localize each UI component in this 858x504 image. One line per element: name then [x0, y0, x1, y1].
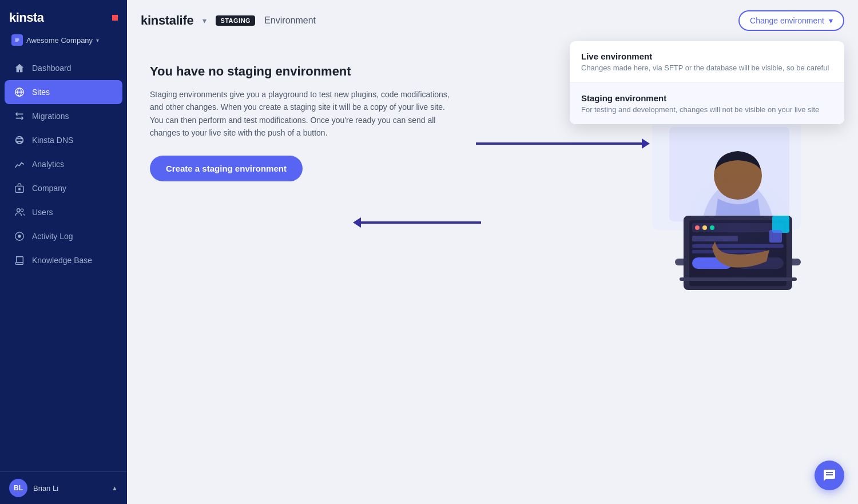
- sidebar-item-analytics[interactable]: Analytics: [5, 152, 122, 176]
- staging-title: You have no staging environment: [150, 64, 459, 79]
- user-profile[interactable]: BL Brian Li ▲: [0, 471, 127, 504]
- company-nav-icon: [14, 182, 25, 194]
- svg-point-7: [21, 209, 23, 212]
- svg-point-6: [17, 209, 20, 212]
- change-environment-button[interactable]: Change environment ▾: [738, 10, 844, 31]
- sidebar-label-sites: Sites: [32, 88, 50, 97]
- site-name: kinstalife: [141, 13, 193, 28]
- env-badge: STAGING: [216, 15, 255, 26]
- sidebar-label-company: Company: [32, 184, 66, 193]
- sidebar-label-knowledge-base: Knowledge Base: [32, 256, 92, 265]
- sidebar-item-sites[interactable]: Sites: [5, 80, 122, 104]
- create-staging-button[interactable]: Create a staging environment: [150, 156, 303, 181]
- main-content: kinstalife ▾ STAGING Environment Change …: [127, 0, 858, 504]
- dropdown-item-staging-desc: For testing and development, changes wil…: [581, 105, 833, 114]
- environment-dropdown: Live environment Changes made here, via …: [570, 41, 844, 124]
- chat-icon: [823, 469, 836, 482]
- home-icon: [14, 62, 25, 74]
- sidebar-label-migrations: Migrations: [32, 112, 69, 121]
- sidebar-item-knowledge-base[interactable]: Knowledge Base: [5, 248, 122, 272]
- sidebar-label-activity-log: Activity Log: [32, 232, 73, 241]
- user-name: Brian Li: [33, 484, 58, 493]
- sidebar-label-users: Users: [32, 208, 53, 217]
- site-chevron-icon[interactable]: ▾: [202, 16, 206, 25]
- avatar: BL: [9, 479, 27, 497]
- company-icon: [11, 34, 23, 46]
- chat-button[interactable]: [815, 461, 844, 490]
- sidebar-nav: Dashboard Sites Migrations Kinsta DNS: [0, 54, 127, 471]
- illustration: [618, 110, 835, 316]
- sidebar-item-users[interactable]: Users: [5, 200, 122, 224]
- sidebar-item-migrations[interactable]: Migrations: [5, 104, 122, 128]
- activity-icon: [14, 231, 25, 242]
- dropdown-item-live[interactable]: Live environment Changes made here, via …: [570, 41, 844, 83]
- dropdown-item-staging[interactable]: Staging environment For testing and deve…: [570, 83, 844, 124]
- env-label: Environment: [264, 15, 316, 26]
- users-icon: [14, 207, 25, 218]
- header: kinstalife ▾ STAGING Environment Change …: [127, 0, 858, 41]
- company-selector[interactable]: Awesome Company ▾: [5, 31, 122, 49]
- sites-icon: [14, 86, 25, 98]
- sidebar-label-dashboard: Dashboard: [32, 64, 72, 73]
- kinsta-logo: kinsta: [9, 10, 44, 25]
- staging-text-area: You have no staging environment Staging …: [150, 64, 459, 181]
- expand-icon: ▲: [112, 485, 118, 491]
- sidebar-label-kinsta-dns: Kinsta DNS: [32, 136, 73, 145]
- arrow-left-decoration: [353, 217, 481, 228]
- svg-point-29: [681, 173, 795, 287]
- sidebar: kinsta Awesome Company ▾ Dashboard Sites: [0, 0, 127, 504]
- sidebar-label-analytics: Analytics: [32, 160, 64, 169]
- sidebar-header: kinsta: [0, 0, 127, 31]
- company-chevron-icon: ▾: [96, 37, 99, 43]
- company-name: Awesome Company: [26, 36, 93, 45]
- notification-dot: [112, 15, 118, 21]
- migrations-icon: [14, 110, 25, 122]
- dropdown-item-live-title: Live environment: [581, 51, 833, 61]
- sidebar-item-kinsta-dns[interactable]: Kinsta DNS: [5, 128, 122, 152]
- staging-description: Staging environments give you a playgrou…: [150, 88, 459, 140]
- book-icon: [14, 255, 25, 266]
- sidebar-item-activity-log[interactable]: Activity Log: [5, 224, 122, 248]
- svg-point-9: [18, 235, 21, 237]
- dropdown-item-live-desc: Changes made here, via SFTP or the datab…: [581, 64, 833, 72]
- svg-rect-5: [18, 188, 21, 191]
- sidebar-item-company[interactable]: Company: [5, 176, 122, 200]
- dropdown-item-staging-title: Staging environment: [581, 93, 833, 103]
- analytics-icon: [14, 158, 25, 170]
- dns-icon: [14, 134, 25, 146]
- sidebar-item-dashboard[interactable]: Dashboard: [5, 56, 122, 80]
